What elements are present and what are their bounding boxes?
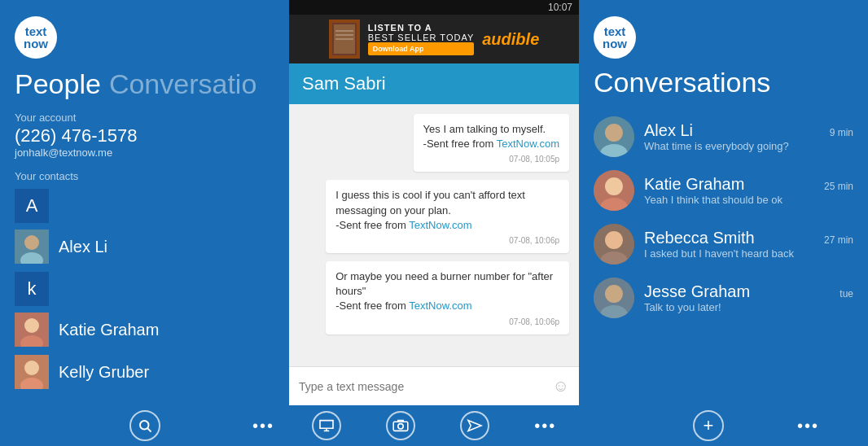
svg-point-27 — [605, 231, 623, 249]
conv-preview-alex: What time is everybody going? — [644, 140, 853, 152]
conv-preview-katie: Yeah I think that should be ok — [644, 194, 853, 206]
ad-audible-brand: audible — [482, 30, 539, 49]
logo-text-bottom: now — [24, 37, 48, 50]
svg-point-9 — [140, 421, 149, 430]
conv-name-row-rebecca: Rebecca Smith 27 min — [644, 229, 853, 247]
conv-item-jesse[interactable]: Jesse Graham tue Talk to you later! — [579, 271, 868, 325]
contact-item-kelly[interactable]: Kelly Gruber — [15, 355, 274, 389]
message-1-text: Yes I am talking to myself.-Sent free fr… — [423, 122, 559, 151]
right-more-button[interactable]: ••• — [797, 417, 819, 435]
contact-item-katie[interactable]: Katie Graham — [15, 313, 274, 347]
message-1-time: 07-08, 10:05p — [423, 155, 559, 164]
status-bar: 10:07 — [289, 0, 579, 15]
conv-item-katie[interactable]: Katie Graham 25 min Yeah I think that sh… — [579, 164, 868, 217]
ad-content: LISTEN TO A BEST SELLER TODAY Download A… — [329, 20, 540, 59]
status-time: 10:07 — [548, 2, 572, 13]
conv-avatar-rebecca — [594, 224, 634, 265]
message-3-link[interactable]: TextNow.com — [409, 300, 471, 312]
message-input[interactable] — [299, 380, 553, 393]
contact-name-katie: Katie Graham — [59, 321, 159, 339]
svg-point-21 — [605, 124, 623, 142]
messages-area: Yes I am talking to myself.-Sent free fr… — [289, 104, 579, 366]
tab-people[interactable]: People — [15, 68, 101, 100]
conv-content-alex: Alex Li 9 min What time is everybody goi… — [644, 121, 853, 152]
svg-point-24 — [605, 177, 623, 195]
conv-name-katie: Katie Graham — [644, 175, 744, 194]
chat-header: Sam Sabri — [289, 63, 579, 104]
message-3: Or maybe you need a burner number for "a… — [326, 261, 569, 334]
camera-nav-button[interactable] — [386, 411, 415, 440]
heading-area: People Conversatio — [15, 68, 274, 100]
account-label: Your account — [15, 112, 274, 124]
emoji-button[interactable]: ☺ — [553, 377, 569, 396]
conversations-list: Alex Li 9 min What time is everybody goi… — [579, 110, 868, 325]
message-input-area: ☺ — [289, 366, 579, 405]
conv-name-alex: Alex Li — [644, 121, 693, 140]
message-3-text: Or maybe you need a burner number for "a… — [335, 269, 559, 314]
message-2-link[interactable]: TextNow.com — [409, 219, 471, 231]
right-logo-area: text now — [579, 16, 868, 59]
message-2-time: 07-08, 10:06p — [335, 236, 559, 245]
svg-point-7 — [24, 361, 39, 375]
avatar-katie — [15, 313, 49, 347]
conv-name-jesse: Jesse Graham — [644, 282, 750, 301]
conv-item-rebecca[interactable]: Rebecca Smith 27 min I asked but I haven… — [579, 217, 868, 271]
search-button[interactable] — [129, 410, 160, 441]
ad-banner[interactable]: LISTEN TO A BEST SELLER TODAY Download A… — [289, 15, 579, 63]
right-heading: Conversations — [579, 67, 868, 98]
ad-line1: LISTEN TO A — [368, 23, 475, 33]
conv-item-alex[interactable]: Alex Li 9 min What time is everybody goi… — [579, 110, 868, 164]
svg-point-19 — [398, 424, 403, 429]
ad-book-icon — [329, 20, 360, 59]
svg-point-30 — [605, 285, 623, 303]
left-panel: text now People Conversatio Your account… — [0, 0, 289, 446]
right-bottom-bar: + ••• — [579, 405, 868, 446]
middle-bottom-bar: ••• — [289, 405, 579, 446]
ad-line2: BEST SELLER TODAY — [368, 33, 475, 42]
letter-tile-a: A — [15, 189, 49, 223]
account-section: Your account (226) 476-1578 jonhalk@text… — [15, 112, 274, 159]
conv-time-rebecca: 27 min — [824, 234, 853, 246]
conv-avatar-alex — [594, 116, 634, 157]
svg-point-4 — [24, 318, 39, 333]
avatar-alex — [15, 230, 49, 264]
chat-contact-name: Sam Sabri — [302, 73, 566, 94]
middle-panel: 10:07 LISTEN TO A BEST SELLER TODAY Down… — [289, 0, 579, 446]
messages-nav-button[interactable] — [312, 411, 341, 440]
message-1: Yes I am talking to myself.-Sent free fr… — [414, 114, 569, 172]
add-conversation-button[interactable]: + — [693, 410, 724, 441]
right-textnow-logo: text now — [594, 16, 636, 59]
conv-time-alex: 9 min — [830, 127, 853, 138]
account-phone: (226) 476-1578 — [15, 125, 274, 146]
conv-avatar-jesse — [594, 278, 634, 318]
conv-content-katie: Katie Graham 25 min Yeah I think that sh… — [644, 175, 853, 206]
right-panel: text now Conversations Alex Li 9 min Wha… — [579, 0, 868, 446]
more-menu-button[interactable]: ••• — [252, 417, 274, 435]
logo-area: text now — [15, 16, 274, 59]
account-email: jonhalk@textnow.me — [15, 146, 274, 159]
conv-name-row-alex: Alex Li 9 min — [644, 121, 853, 140]
message-2: I guess this is cool if you can't afford… — [326, 180, 569, 253]
middle-more-button[interactable]: ••• — [534, 417, 556, 435]
contact-item-alex[interactable]: Alex Li — [15, 230, 274, 264]
conv-avatar-katie — [594, 170, 634, 211]
conv-name-row-jesse: Jesse Graham tue — [644, 282, 853, 301]
contact-name-kelly: Kelly Gruber — [59, 363, 149, 382]
contacts-label: Your contacts — [15, 170, 274, 182]
ad-text: LISTEN TO A BEST SELLER TODAY Download A… — [368, 23, 475, 55]
conv-content-rebecca: Rebecca Smith 27 min I asked but I haven… — [644, 229, 853, 260]
right-logo-text-bottom: now — [603, 37, 627, 50]
send-nav-button[interactable] — [460, 411, 489, 440]
svg-line-10 — [147, 428, 151, 431]
conv-preview-jesse: Talk to you later! — [644, 301, 853, 313]
letter-tile-k: k — [15, 272, 49, 306]
conv-name-rebecca: Rebecca Smith — [644, 229, 755, 247]
left-bottom-bar: ••• — [0, 405, 289, 446]
message-1-link[interactable]: TextNow.com — [497, 138, 559, 150]
message-2-text: I guess this is cool if you can't afford… — [335, 188, 559, 233]
svg-point-1 — [24, 235, 39, 250]
message-3-time: 07-08, 10:06p — [335, 317, 559, 326]
ad-download-button[interactable]: Download App — [368, 42, 475, 55]
tab-conversations[interactable]: Conversatio — [109, 68, 256, 100]
textnow-logo: text now — [15, 16, 57, 59]
